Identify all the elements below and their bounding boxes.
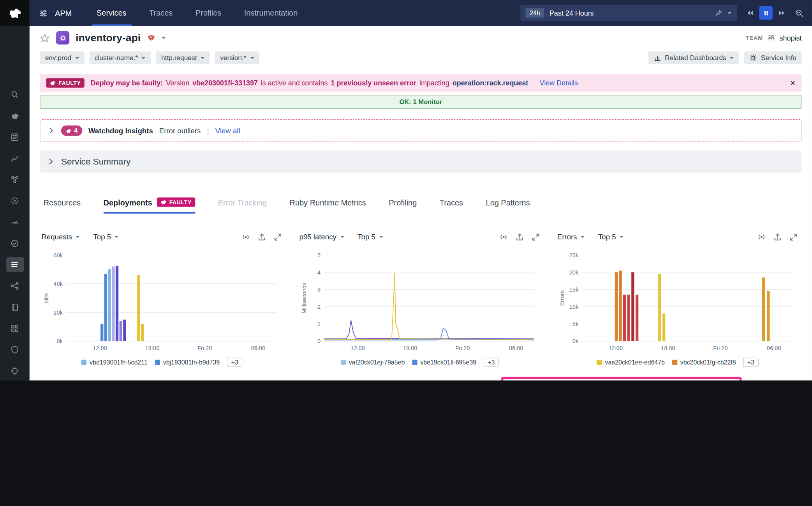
- team-name-link[interactable]: shopist: [779, 34, 801, 42]
- related-dashboards-button[interactable]: Related Dashboards: [648, 51, 739, 64]
- chart-topn-select[interactable]: Top 5: [598, 233, 624, 241]
- chevron-right-icon[interactable]: [47, 157, 55, 165]
- banner-error-count: 1 previously unseen error: [331, 79, 416, 87]
- service-header: inventory-api TEAM shopist: [30, 26, 812, 50]
- chevron-right-icon[interactable]: [48, 127, 55, 134]
- service-info-button[interactable]: Service Info: [744, 51, 801, 64]
- filter-pill[interactable]: env:prod: [40, 51, 84, 64]
- notebooks-icon[interactable]: [6, 300, 23, 315]
- svg-text:5k: 5k: [572, 321, 579, 327]
- svg-text:12:00: 12:00: [351, 345, 365, 351]
- export-icon[interactable]: [773, 232, 782, 241]
- watchdog-insights-panel: 4 Watchdog Insights Error outliers | Vie…: [40, 119, 801, 142]
- watchdog-view-all-link[interactable]: View all: [215, 126, 240, 134]
- security-icon[interactable]: [6, 342, 23, 357]
- fullscreen-icon[interactable]: [273, 232, 282, 241]
- export-icon[interactable]: [515, 232, 524, 241]
- legend-item[interactable]: vaa20ck01ee-ed647b: [597, 359, 665, 366]
- banner-prefix: Deploy may be faulty:: [91, 79, 163, 87]
- chart-canvas[interactable]: 60k40k20k0k12:0018:00Fri 2006:00Hits: [41, 245, 282, 354]
- metrics-icon[interactable]: [6, 151, 23, 166]
- view-related-icon[interactable]: [499, 232, 508, 241]
- logs-icon[interactable]: [6, 129, 23, 145]
- legend-item[interactable]: vbd193001fh-5cd211: [81, 359, 148, 366]
- product-label: APM: [55, 9, 72, 18]
- pause-button[interactable]: [759, 6, 773, 20]
- debugging-icon[interactable]: [6, 363, 23, 379]
- filter-pill[interactable]: cluster-name:*: [89, 51, 151, 64]
- apm-icon[interactable]: [6, 214, 23, 230]
- search-icon[interactable]: [6, 87, 23, 102]
- filter-pill[interactable]: http.request: [156, 51, 210, 64]
- fullscreen-icon[interactable]: [531, 232, 540, 241]
- ruby-gem-icon: [147, 34, 155, 42]
- nav-tab-services[interactable]: Services: [85, 0, 138, 26]
- service-summary-panel[interactable]: Service Summary: [40, 150, 801, 173]
- zoom-out-icon[interactable]: [795, 9, 804, 18]
- view-details-link[interactable]: View Details: [540, 79, 578, 87]
- legend-item[interactable]: vaf20ck01ej-79a5eb: [340, 359, 405, 366]
- chart-legend: vaa20ck01ee-ed647bvbc20ck01fg-cb22f8+3: [557, 357, 798, 367]
- chart-metric-select[interactable]: Requests: [41, 233, 80, 241]
- integrations-icon[interactable]: [6, 321, 23, 336]
- chart-topn-select[interactable]: Top 5: [358, 233, 383, 241]
- chart-canvas[interactable]: 54321012:0018:00Fri 2006:00Milliseconds: [299, 245, 540, 354]
- service-map-icon[interactable]: [6, 278, 23, 294]
- deployments-faulty-badge: FAULTY: [157, 198, 195, 207]
- watchdog-icon[interactable]: [6, 108, 23, 124]
- legend-more-button[interactable]: +3: [743, 357, 758, 367]
- tab-error-tracking[interactable]: Error Tracking: [218, 192, 267, 214]
- page-title: inventory-api: [76, 32, 141, 44]
- software-delivery-icon[interactable]: [6, 257, 23, 272]
- legend-item[interactable]: vbe19ck01fi-695e39: [412, 359, 476, 366]
- datadog-logo[interactable]: [0, 0, 30, 26]
- deployment-charts: RequestsTop 560k40k20k0k12:0018:00Fri 20…: [40, 229, 801, 367]
- filter-pill[interactable]: version:*: [215, 51, 259, 64]
- legend-item[interactable]: vbj193001fn-b9d739: [155, 359, 220, 366]
- favorite-star-icon[interactable]: [40, 33, 49, 42]
- nav-menu-icon[interactable]: [39, 9, 48, 18]
- service-icon: [56, 31, 70, 45]
- chart-topn-select[interactable]: Top 5: [93, 233, 119, 241]
- svg-text:0k: 0k: [572, 338, 579, 344]
- rewind-button[interactable]: [743, 6, 757, 20]
- service-switcher-caret[interactable]: [161, 37, 166, 39]
- tab-deployments[interactable]: Deployments FAULTY: [104, 192, 196, 214]
- top-navigation: APM Services Traces Profiles Instrumenta…: [30, 0, 812, 26]
- ci-pipelines-icon[interactable]: [6, 236, 23, 251]
- tab-traces[interactable]: Traces: [440, 192, 463, 214]
- export-icon[interactable]: [257, 232, 266, 241]
- nav-tab-profiles[interactable]: Profiles: [184, 0, 233, 26]
- nav-tab-instrumentation[interactable]: Instrumentation: [233, 0, 309, 26]
- chart-legend: vbd193001fh-5cd211vbj193001fn-b9d739+3: [41, 357, 282, 367]
- svg-text:Errors: Errors: [559, 290, 565, 306]
- chart-canvas[interactable]: 25k20k15k10k5k0k12:0018:00Fri 2006:00Err…: [557, 245, 798, 354]
- chevron-down-icon: [727, 12, 732, 14]
- svg-text:Hits: Hits: [43, 293, 49, 303]
- legend-item[interactable]: vbc20ck01fg-cb22f8: [672, 359, 736, 366]
- team-icon: [767, 34, 775, 42]
- monitor-status-bar[interactable]: OK: 1 Monitor: [40, 95, 801, 109]
- fullscreen-icon[interactable]: [789, 232, 798, 241]
- forward-button[interactable]: [775, 6, 789, 20]
- legend-more-button[interactable]: +3: [484, 357, 499, 367]
- view-related-icon[interactable]: [241, 232, 250, 241]
- legend-more-button[interactable]: +3: [227, 357, 242, 367]
- chart-metric-select[interactable]: p95 latency: [299, 233, 344, 241]
- svg-text:Milliseconds: Milliseconds: [301, 283, 307, 314]
- chart-metric-select[interactable]: Errors: [557, 233, 585, 241]
- close-icon[interactable]: ×: [790, 78, 795, 88]
- faulty-deploy-banner: FAULTY Deploy may be faulty: Version vbe…: [40, 74, 801, 92]
- tab-profiling[interactable]: Profiling: [389, 192, 417, 214]
- pin-icon[interactable]: [715, 9, 722, 17]
- time-range-picker[interactable]: 24h Past 24 Hours: [520, 5, 737, 21]
- synthetics-icon[interactable]: [6, 193, 23, 209]
- view-related-icon[interactable]: [757, 232, 766, 241]
- tab-log-patterns[interactable]: Log Patterns: [486, 192, 530, 214]
- tab-ruby-runtime-metrics[interactable]: Ruby Runtime Metrics: [290, 192, 366, 214]
- svg-text:18:00: 18:00: [145, 345, 160, 351]
- infrastructure-icon[interactable]: [6, 172, 23, 187]
- tab-resources[interactable]: Resources: [44, 192, 81, 214]
- svg-text:20k: 20k: [569, 269, 579, 276]
- nav-tab-traces[interactable]: Traces: [138, 0, 184, 26]
